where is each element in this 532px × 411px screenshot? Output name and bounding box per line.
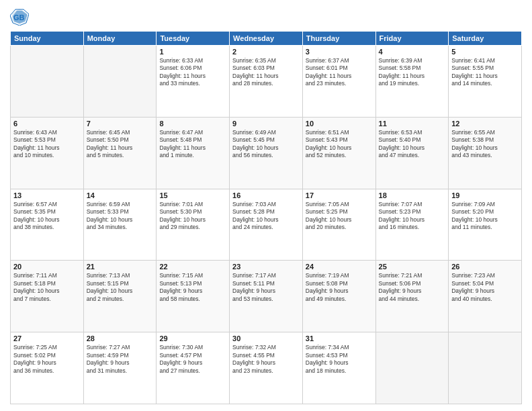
day-number: 18 bbox=[379, 191, 446, 199]
header: GB bbox=[10, 7, 522, 26]
day-info: Sunrise: 7:11 AM Sunset: 5:18 PM Dayligh… bbox=[13, 272, 81, 303]
calendar-cell bbox=[375, 332, 449, 404]
day-info: Sunrise: 7:17 AM Sunset: 5:11 PM Dayligh… bbox=[232, 272, 300, 303]
calendar-cell: 11Sunrise: 6:53 AM Sunset: 5:40 PM Dayli… bbox=[375, 117, 449, 189]
day-number: 10 bbox=[306, 120, 373, 128]
logo-icon: GB bbox=[10, 7, 29, 26]
calendar-cell: 24Sunrise: 7:19 AM Sunset: 5:08 PM Dayli… bbox=[302, 261, 375, 332]
calendar-cell: 29Sunrise: 7:30 AM Sunset: 4:57 PM Dayli… bbox=[157, 332, 230, 404]
day-info: Sunrise: 7:13 AM Sunset: 5:15 PM Dayligh… bbox=[87, 272, 154, 303]
calendar-cell: 3Sunrise: 6:37 AM Sunset: 6:01 PM Daylig… bbox=[302, 46, 375, 118]
svg-text:GB: GB bbox=[13, 13, 25, 21]
calendar-cell: 7Sunrise: 6:45 AM Sunset: 5:50 PM Daylig… bbox=[83, 117, 157, 189]
day-info: Sunrise: 6:39 AM Sunset: 5:58 PM Dayligh… bbox=[379, 57, 446, 88]
day-info: Sunrise: 6:43 AM Sunset: 5:53 PM Dayligh… bbox=[13, 129, 81, 160]
calendar-cell: 6Sunrise: 6:43 AM Sunset: 5:53 PM Daylig… bbox=[11, 117, 84, 189]
weekday-header-wednesday: Wednesday bbox=[230, 32, 303, 46]
day-info: Sunrise: 6:41 AM Sunset: 5:55 PM Dayligh… bbox=[451, 57, 519, 88]
calendar-cell: 10Sunrise: 6:51 AM Sunset: 5:43 PM Dayli… bbox=[302, 117, 375, 189]
calendar-cell: 27Sunrise: 7:25 AM Sunset: 5:02 PM Dayli… bbox=[11, 332, 84, 404]
calendar-cell: 5Sunrise: 6:41 AM Sunset: 5:55 PM Daylig… bbox=[449, 46, 522, 118]
calendar-cell: 25Sunrise: 7:21 AM Sunset: 5:06 PM Dayli… bbox=[375, 261, 449, 332]
day-number: 14 bbox=[87, 191, 154, 199]
day-info: Sunrise: 6:47 AM Sunset: 5:48 PM Dayligh… bbox=[159, 129, 226, 160]
calendar-cell: 1Sunrise: 6:33 AM Sunset: 6:06 PM Daylig… bbox=[157, 46, 230, 118]
day-number: 21 bbox=[87, 263, 154, 271]
day-number: 31 bbox=[306, 334, 373, 342]
day-info: Sunrise: 6:53 AM Sunset: 5:40 PM Dayligh… bbox=[379, 129, 446, 160]
day-info: Sunrise: 7:25 AM Sunset: 5:02 PM Dayligh… bbox=[13, 344, 81, 375]
day-number: 2 bbox=[232, 48, 300, 56]
calendar-cell: 18Sunrise: 7:07 AM Sunset: 5:23 PM Dayli… bbox=[375, 189, 449, 261]
calendar-cell: 17Sunrise: 7:05 AM Sunset: 5:25 PM Dayli… bbox=[302, 189, 375, 261]
calendar-cell: 12Sunrise: 6:55 AM Sunset: 5:38 PM Dayli… bbox=[449, 117, 522, 189]
day-number: 4 bbox=[379, 48, 446, 56]
week-row-1: 1Sunrise: 6:33 AM Sunset: 6:06 PM Daylig… bbox=[11, 46, 522, 118]
calendar-cell: 30Sunrise: 7:32 AM Sunset: 4:55 PM Dayli… bbox=[230, 332, 303, 404]
calendar-cell: 23Sunrise: 7:17 AM Sunset: 5:11 PM Dayli… bbox=[230, 261, 303, 332]
day-info: Sunrise: 7:34 AM Sunset: 4:53 PM Dayligh… bbox=[306, 344, 373, 375]
calendar-cell: 20Sunrise: 7:11 AM Sunset: 5:18 PM Dayli… bbox=[11, 261, 84, 332]
calendar-cell: 26Sunrise: 7:23 AM Sunset: 5:04 PM Dayli… bbox=[449, 261, 522, 332]
day-info: Sunrise: 7:19 AM Sunset: 5:08 PM Dayligh… bbox=[306, 272, 373, 303]
day-number: 8 bbox=[159, 120, 226, 128]
calendar-cell: 22Sunrise: 7:15 AM Sunset: 5:13 PM Dayli… bbox=[157, 261, 230, 332]
day-number: 16 bbox=[232, 191, 300, 199]
day-number: 23 bbox=[232, 263, 300, 271]
calendar-cell: 15Sunrise: 7:01 AM Sunset: 5:30 PM Dayli… bbox=[157, 189, 230, 261]
day-info: Sunrise: 6:37 AM Sunset: 6:01 PM Dayligh… bbox=[306, 57, 373, 88]
weekday-header-sunday: Sunday bbox=[11, 32, 84, 46]
day-number: 5 bbox=[451, 48, 519, 56]
day-info: Sunrise: 7:03 AM Sunset: 5:28 PM Dayligh… bbox=[232, 201, 300, 232]
calendar-cell: 8Sunrise: 6:47 AM Sunset: 5:48 PM Daylig… bbox=[157, 117, 230, 189]
day-number: 17 bbox=[306, 191, 373, 199]
calendar-cell bbox=[83, 46, 157, 118]
day-number: 29 bbox=[159, 334, 226, 342]
day-number: 1 bbox=[159, 48, 226, 56]
day-number: 30 bbox=[232, 334, 300, 342]
day-info: Sunrise: 7:23 AM Sunset: 5:04 PM Dayligh… bbox=[451, 272, 519, 303]
day-info: Sunrise: 7:05 AM Sunset: 5:25 PM Dayligh… bbox=[306, 201, 373, 232]
calendar-cell: 4Sunrise: 6:39 AM Sunset: 5:58 PM Daylig… bbox=[375, 46, 449, 118]
day-number: 19 bbox=[451, 191, 519, 199]
day-number: 27 bbox=[13, 334, 81, 342]
day-info: Sunrise: 7:01 AM Sunset: 5:30 PM Dayligh… bbox=[159, 201, 226, 232]
day-number: 12 bbox=[451, 120, 519, 128]
day-info: Sunrise: 6:49 AM Sunset: 5:45 PM Dayligh… bbox=[232, 129, 300, 160]
day-number: 3 bbox=[306, 48, 373, 56]
calendar-cell: 28Sunrise: 7:27 AM Sunset: 4:59 PM Dayli… bbox=[83, 332, 157, 404]
day-info: Sunrise: 6:45 AM Sunset: 5:50 PM Dayligh… bbox=[87, 129, 154, 160]
calendar-cell: 9Sunrise: 6:49 AM Sunset: 5:45 PM Daylig… bbox=[230, 117, 303, 189]
day-number: 6 bbox=[13, 120, 81, 128]
day-info: Sunrise: 7:27 AM Sunset: 4:59 PM Dayligh… bbox=[87, 344, 154, 375]
weekday-header-monday: Monday bbox=[83, 32, 157, 46]
page: GB SundayMondayTuesdayWednesdayThursdayF… bbox=[0, 0, 532, 411]
day-number: 15 bbox=[159, 191, 226, 199]
day-info: Sunrise: 6:35 AM Sunset: 6:03 PM Dayligh… bbox=[232, 57, 300, 88]
day-number: 25 bbox=[379, 263, 446, 271]
day-info: Sunrise: 7:30 AM Sunset: 4:57 PM Dayligh… bbox=[159, 344, 226, 375]
day-info: Sunrise: 7:07 AM Sunset: 5:23 PM Dayligh… bbox=[379, 201, 446, 232]
calendar-table: SundayMondayTuesdayWednesdayThursdayFrid… bbox=[10, 31, 522, 404]
week-row-2: 6Sunrise: 6:43 AM Sunset: 5:53 PM Daylig… bbox=[11, 117, 522, 189]
week-row-5: 27Sunrise: 7:25 AM Sunset: 5:02 PM Dayli… bbox=[11, 332, 522, 404]
day-info: Sunrise: 6:51 AM Sunset: 5:43 PM Dayligh… bbox=[306, 129, 373, 160]
day-number: 7 bbox=[87, 120, 154, 128]
day-number: 22 bbox=[159, 263, 226, 271]
calendar-cell: 2Sunrise: 6:35 AM Sunset: 6:03 PM Daylig… bbox=[230, 46, 303, 118]
calendar-cell: 16Sunrise: 7:03 AM Sunset: 5:28 PM Dayli… bbox=[230, 189, 303, 261]
day-number: 13 bbox=[13, 191, 81, 199]
day-info: Sunrise: 6:57 AM Sunset: 5:35 PM Dayligh… bbox=[13, 201, 81, 232]
day-info: Sunrise: 7:21 AM Sunset: 5:06 PM Dayligh… bbox=[379, 272, 446, 303]
day-info: Sunrise: 6:33 AM Sunset: 6:06 PM Dayligh… bbox=[159, 57, 226, 88]
day-info: Sunrise: 6:59 AM Sunset: 5:33 PM Dayligh… bbox=[87, 201, 154, 232]
calendar-cell: 31Sunrise: 7:34 AM Sunset: 4:53 PM Dayli… bbox=[302, 332, 375, 404]
day-info: Sunrise: 7:15 AM Sunset: 5:13 PM Dayligh… bbox=[159, 272, 226, 303]
day-number: 9 bbox=[232, 120, 300, 128]
day-number: 28 bbox=[87, 334, 154, 342]
weekday-header-tuesday: Tuesday bbox=[157, 32, 230, 46]
weekday-header-row: SundayMondayTuesdayWednesdayThursdayFrid… bbox=[11, 32, 522, 46]
calendar-cell bbox=[449, 332, 522, 404]
weekday-header-friday: Friday bbox=[375, 32, 449, 46]
day-number: 20 bbox=[13, 263, 81, 271]
